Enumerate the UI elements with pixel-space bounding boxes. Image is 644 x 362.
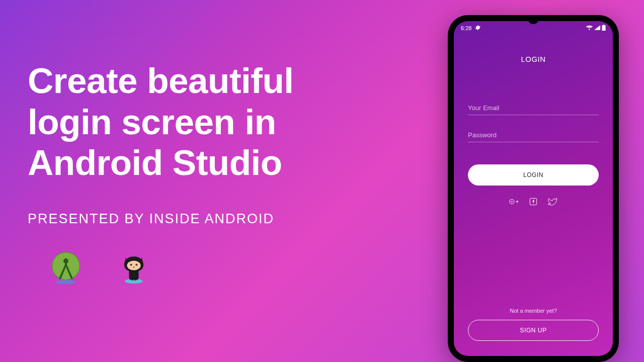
phone-screen: 6:28 LOGIN [454, 21, 613, 356]
svg-point-8 [135, 263, 137, 265]
status-time: 6:28 [461, 25, 471, 31]
subhead: PRESENTED BY INSIDE ANDROID [28, 211, 380, 227]
svg-point-7 [130, 263, 132, 265]
signup-prompt: Not a member yet? [468, 308, 599, 314]
svg-point-6 [127, 260, 140, 270]
svg-rect-15 [603, 25, 604, 25]
screen-title: LOGIN [468, 55, 599, 63]
phone-mockup: 6:28 LOGIN [448, 15, 619, 362]
signup-footer: Not a member yet? SIGN UP [468, 308, 599, 356]
wifi-icon [586, 25, 593, 31]
svg-point-9 [133, 266, 135, 267]
android-studio-icon [48, 249, 84, 286]
svg-point-4 [56, 280, 76, 284]
login-form [468, 101, 599, 155]
github-octocat-icon [117, 250, 151, 285]
gear-icon [474, 25, 480, 32]
brand-icons-row [28, 249, 380, 286]
svg-rect-3 [65, 259, 67, 264]
signal-icon [594, 25, 600, 31]
battery-icon [602, 25, 606, 32]
social-login-row [468, 197, 599, 207]
hero-text-area: Create beautiful login screen in Android… [28, 60, 380, 286]
signup-button[interactable]: SIGN UP [468, 320, 599, 341]
facebook-icon[interactable] [528, 197, 538, 207]
headline: Create beautiful login screen in Android… [28, 60, 380, 184]
login-button[interactable]: LOGIN [468, 164, 599, 186]
svg-rect-14 [602, 25, 605, 31]
twitter-icon[interactable] [547, 197, 557, 207]
google-plus-icon[interactable] [509, 197, 519, 207]
email-field[interactable] [468, 101, 599, 115]
password-field[interactable] [468, 128, 599, 142]
